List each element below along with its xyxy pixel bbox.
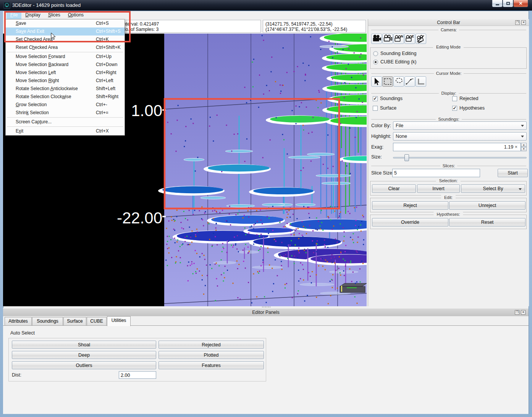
clear-button[interactable]: Clear	[372, 184, 416, 193]
vertical-splitter[interactable]	[365, 186, 366, 194]
reset-button[interactable]: Reset	[449, 218, 526, 226]
menu-item-move-selection-left[interactable]: Move Selection LeftCtrl+Right	[6, 69, 125, 77]
rectangle-select-button[interactable]	[382, 76, 393, 87]
slice-size-field[interactable]: 5	[392, 169, 480, 177]
menu-item-move-selection-right[interactable]: Move Selection RightCtrl+Left	[6, 77, 125, 85]
tab-attributes[interactable]: Attributes	[5, 317, 32, 326]
coordinates-geo: (174°46'47.37"E, 41°21'08.53"S, -22.54)	[265, 27, 347, 32]
close-panel-icon[interactable]: ✕	[521, 310, 526, 315]
camera-east-icon: E	[405, 34, 415, 44]
soundings-label: Soundings	[380, 96, 403, 101]
menu-item-move-selection-backward[interactable]: Move Selection BackwardCtrl+Down	[6, 61, 125, 69]
rejected-button[interactable]: Rejected	[158, 341, 264, 349]
arrow-select-icon	[372, 77, 382, 86]
exag-spinner[interactable]: ▲ ▼	[521, 143, 527, 151]
control-bar-header[interactable]: Control Bar ❐ ✕	[368, 19, 529, 26]
coordinates-box: (314271.75, 5419747.25, -22.54) (174°46'…	[263, 20, 366, 33]
editor-panels-header[interactable]: Editor Panels ❐ ✕	[3, 309, 529, 316]
spinner-up-icon[interactable]: ▲	[521, 143, 527, 147]
curve-select-icon	[405, 77, 415, 86]
menu-item-rotate-selection-anticlockwise[interactable]: Rotate Selection AnticlockwiseShift+Left	[6, 85, 125, 93]
curve-select-button[interactable]	[404, 76, 415, 87]
arrow-select-button[interactable]	[371, 76, 382, 87]
camera-solid-button[interactable]	[371, 34, 382, 44]
select-by-button[interactable]: Select By	[461, 184, 525, 193]
size-slider-handle[interactable]	[404, 154, 409, 161]
float-panel-icon[interactable]: ❐	[515, 20, 520, 25]
soundings-checkbox[interactable]: ✓	[373, 96, 378, 101]
reject-button[interactable]: Reject	[372, 201, 448, 210]
dist-field[interactable]: 2.00	[119, 371, 156, 379]
svg-text:1.00: 1.00	[131, 102, 162, 120]
cube-editing-radio[interactable]	[373, 60, 378, 65]
corner-select-button[interactable]	[416, 76, 426, 87]
selection-group: Selection: Clear Invert Select By	[370, 181, 527, 196]
override-button[interactable]: Override	[372, 218, 448, 226]
tab-cube[interactable]: CUBE	[87, 317, 107, 326]
menu-item-exit[interactable]: ExitCtrl+X	[6, 127, 125, 135]
camera-north-button[interactable]: N	[393, 34, 404, 44]
app-icon	[3, 2, 10, 9]
slice-size-label: Slice Size:	[371, 170, 393, 176]
menu-item-shrink-selection[interactable]: Shrink SelectionCtrl+=	[6, 109, 125, 117]
camera-separator: Camera:	[371, 27, 526, 32]
utilities-tab-content: Auto Select Shoal Rejected Deep Plotted …	[3, 326, 529, 414]
camera-solid-icon	[372, 34, 382, 44]
close-button[interactable]: ✕	[513, 0, 528, 7]
maximize-button[interactable]	[503, 0, 513, 7]
lasso-select-button[interactable]	[393, 76, 404, 87]
rejected-label: Rejected	[459, 96, 478, 101]
editor-panels: Editor Panels ❐ ✕ AttributesSoundingsSur…	[3, 308, 529, 414]
menu-separator	[7, 126, 123, 127]
hypotheses-checkbox[interactable]: ✓	[452, 106, 457, 111]
editing-mode-legend: Editing Mode	[433, 45, 464, 49]
svg-text:E: E	[412, 34, 414, 38]
auto-select-group: Shoal Rejected Deep Plotted Outliers Fea…	[8, 338, 266, 381]
rectangle-select-icon	[383, 77, 393, 86]
start-button[interactable]: Start	[498, 169, 528, 177]
coordinates-xyz: (314271.75, 5419747.25, -22.54)	[265, 21, 332, 27]
menu-item-screen-capture[interactable]: Screen Capture...	[6, 118, 125, 126]
tab-soundings[interactable]: Soundings	[32, 317, 63, 326]
cube-editing-label: CUBE Editing (k)	[380, 59, 416, 65]
highlight-combobox[interactable]: None	[393, 132, 527, 141]
features-button[interactable]: Features	[158, 361, 264, 369]
maximize-icon	[506, 2, 510, 5]
edit-legend: Edit:	[441, 195, 456, 200]
surface-checkbox[interactable]	[373, 106, 378, 111]
horizontal-splitter[interactable]	[262, 307, 270, 307]
plotted-button[interactable]: Plotted	[158, 351, 264, 359]
shoal-button[interactable]: Shoal	[12, 341, 156, 349]
cursor-mode-separator: Cursor Mode:	[371, 71, 526, 76]
camera-outline-button[interactable]	[382, 34, 393, 44]
invert-button[interactable]: Invert	[417, 184, 460, 193]
menu-item-grow-selection[interactable]: Grow SelectionCtrl+-	[6, 101, 125, 109]
sounding-editing-radio[interactable]	[373, 51, 378, 56]
size-slider-track[interactable]	[393, 157, 527, 158]
spinner-down-icon[interactable]: ▼	[521, 147, 527, 151]
camera-disabled-button[interactable]	[416, 34, 426, 44]
mouse-cursor	[51, 32, 57, 41]
minimize-button[interactable]	[492, 0, 503, 7]
editing-mode-group: Editing Mode Sounding Editing CUBE Editi…	[370, 47, 527, 69]
annotation-rectangle-menu	[4, 11, 131, 42]
menu-item-reset-checked-area[interactable]: Reset Checked AreaCtrl+Shift+K	[6, 44, 125, 52]
exag-label: Exag:	[371, 144, 383, 150]
tab-utilities[interactable]: Utilities	[107, 316, 131, 326]
menu-item-move-selection-forward[interactable]: Move Selection ForwardCtrl+Up	[6, 53, 125, 61]
corner-select-icon	[416, 77, 426, 86]
close-panel-icon[interactable]: ✕	[521, 20, 526, 25]
outliers-button[interactable]: Outliers	[12, 361, 156, 369]
rejected-checkbox[interactable]	[452, 96, 457, 101]
tab-surface[interactable]: Surface	[63, 317, 86, 326]
exag-field[interactable]: 1.19 ×	[393, 143, 521, 151]
editor-panels-title: Editor Panels	[252, 310, 279, 315]
unreject-button[interactable]: Unreject	[449, 201, 526, 210]
float-panel-icon[interactable]: ❐	[515, 310, 519, 315]
highlight-label: Highlight:	[371, 134, 391, 139]
camera-east-button[interactable]: E	[404, 34, 415, 44]
chevron-down-icon	[519, 188, 522, 192]
deep-button[interactable]: Deep	[12, 351, 156, 359]
menu-item-rotate-selection-clockwise[interactable]: Rotate Selection ClockwiseShift+Right	[6, 93, 125, 101]
color-by-combobox[interactable]: File	[393, 121, 527, 130]
